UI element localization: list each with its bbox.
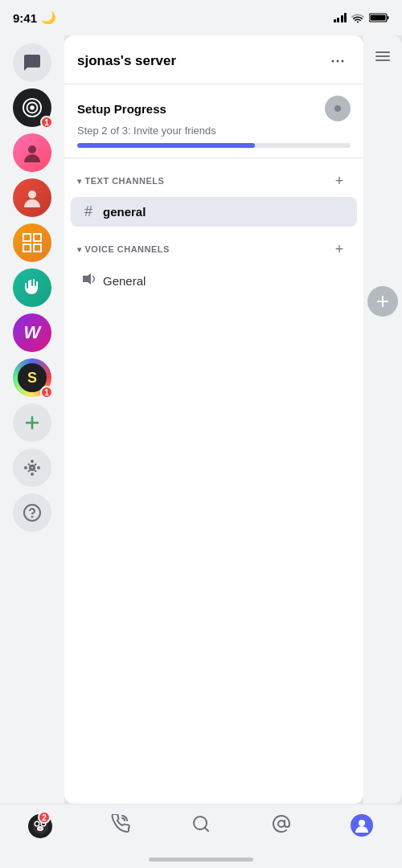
tab-home[interactable]: 2 [21, 814, 59, 838]
svg-point-28 [342, 60, 344, 63]
setup-progress: Setup Progress Step 2 of 3: Invite your … [64, 84, 363, 158]
svg-marker-29 [83, 273, 91, 285]
sidebar-item-gold[interactable]: S 1 [13, 358, 51, 397]
tab-search[interactable] [182, 814, 220, 833]
sidebar-item-red[interactable] [13, 178, 51, 217]
more-options-button[interactable] [325, 48, 351, 74]
server-name: sjonas's server [77, 53, 176, 69]
channel-item-voice-general[interactable]: General [71, 265, 357, 297]
setup-title: Setup Progress [77, 102, 166, 116]
voice-channels-chevron[interactable]: ▾ [77, 245, 82, 254]
text-channels-label: ▾ TEXT CHANNELS [77, 176, 164, 186]
tab-profile[interactable] [343, 814, 381, 837]
svg-point-15 [31, 466, 34, 469]
gold-badge: 1 [40, 386, 53, 399]
bullseye-badge: 1 [40, 116, 53, 129]
sidebar-item-messages[interactable] [13, 43, 51, 82]
svg-line-20 [28, 464, 30, 465]
sidebar-item-teal[interactable] [13, 268, 51, 307]
svg-rect-9 [34, 234, 41, 241]
status-time: 9:41 [13, 11, 37, 25]
home-indicator [149, 858, 253, 862]
progress-fill [77, 143, 255, 148]
wifi-icon [351, 13, 364, 23]
sidebar-item-purple[interactable]: W [13, 313, 51, 352]
svg-rect-1 [388, 16, 389, 19]
svg-point-19 [38, 467, 39, 469]
signal-icon [334, 13, 347, 23]
channel-panel: sjonas's server Setup Progress Step 2 of… [64, 35, 363, 804]
sidebar: 1 W S 1 [0, 35, 64, 804]
svg-point-38 [39, 828, 42, 830]
progress-bar [77, 143, 351, 148]
home-badge: 2 [38, 811, 51, 824]
text-channels-chevron[interactable]: ▾ [77, 177, 82, 186]
channel-name-general: general [103, 205, 146, 219]
svg-point-35 [35, 822, 39, 825]
mentions-tab-icon [272, 814, 291, 833]
text-channels-header: ▾ TEXT CHANNELS + [64, 158, 363, 197]
svg-point-41 [278, 821, 285, 827]
text-channels-section: ▾ TEXT CHANNELS + # general [64, 158, 363, 227]
add-voice-channel-button[interactable]: + [328, 238, 351, 260]
svg-point-6 [28, 145, 36, 154]
svg-rect-8 [23, 234, 31, 241]
svg-point-5 [30, 105, 35, 110]
profile-avatar [351, 814, 373, 837]
svg-line-21 [35, 464, 36, 465]
svg-rect-11 [34, 244, 41, 252]
voice-channels-label: ▾ VOICE CHANNELS [77, 244, 170, 254]
svg-point-26 [332, 60, 334, 63]
svg-line-40 [205, 828, 208, 831]
moon-icon: 🌙 [41, 10, 56, 25]
status-icons [334, 13, 390, 23]
svg-point-16 [31, 461, 33, 462]
status-bar: 9:41 🌙 [0, 0, 402, 35]
sidebar-item-cube[interactable] [13, 223, 51, 262]
tab-mentions[interactable] [262, 814, 301, 833]
toggle-inner [334, 105, 341, 112]
sidebar-item-help[interactable] [13, 493, 51, 532]
svg-line-23 [35, 470, 36, 472]
sidebar-item-add[interactable] [13, 403, 51, 442]
channel-name-voice-general: General [103, 274, 146, 288]
svg-rect-10 [23, 244, 31, 252]
svg-point-25 [32, 517, 33, 518]
voice-channel-icon [80, 272, 96, 290]
voice-tab-icon [111, 814, 130, 833]
add-friends-peek[interactable] [367, 286, 398, 317]
search-tab-icon [191, 814, 211, 833]
battery-icon [369, 13, 389, 23]
setup-step: Step 2 of 3: Invite your friends [77, 125, 351, 137]
svg-point-17 [31, 473, 33, 475]
channel-item-general[interactable]: # general [71, 197, 357, 227]
right-panel-peek [363, 35, 402, 804]
text-channel-icon: # [80, 203, 96, 220]
tab-voice[interactable] [101, 814, 140, 833]
server-header: sjonas's server [64, 35, 363, 84]
voice-channels-header: ▾ VOICE CHANNELS + [64, 227, 363, 265]
setup-toggle[interactable] [325, 96, 351, 121]
svg-rect-2 [371, 15, 386, 21]
sidebar-item-bullseye[interactable]: 1 [13, 88, 51, 127]
sidebar-item-pink[interactable] [13, 133, 51, 172]
svg-point-27 [337, 60, 339, 63]
svg-point-7 [28, 190, 36, 199]
add-text-channel-button[interactable]: + [328, 170, 351, 192]
svg-point-18 [25, 467, 27, 469]
voice-channels-section: ▾ VOICE CHANNELS + General [64, 227, 363, 297]
svg-line-22 [28, 470, 30, 472]
svg-point-42 [359, 820, 365, 826]
sidebar-item-discover[interactable] [13, 448, 51, 487]
